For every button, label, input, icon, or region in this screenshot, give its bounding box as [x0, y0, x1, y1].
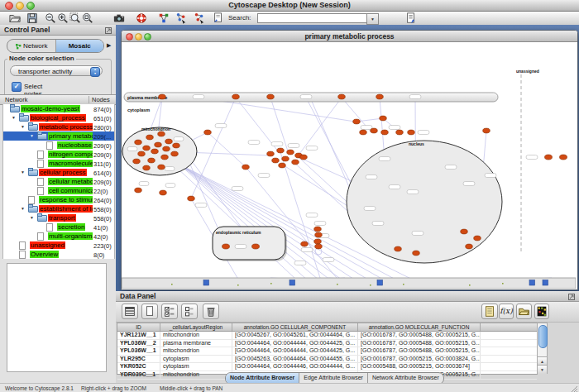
table-cell[interactable]: [GO:0044464, GO:0044444, GO:0044425, G..…	[232, 347, 358, 355]
table-cell[interactable]: plasma membrane	[160, 340, 232, 347]
tree-row[interactable]: nucleobase-209(0)	[3, 141, 114, 150]
col-go-cellular-component[interactable]: annotation.GO CELLULAR_COMPONENT	[232, 323, 358, 331]
tree-row[interactable]: secretion41(0)	[3, 222, 114, 232]
table-cell[interactable]: [GO:0044464, GO:0044444, GO:0044425, G..…	[232, 340, 358, 347]
zoom-in-icon[interactable]	[57, 12, 69, 24]
table-cell[interactable]: [GO:0044464, GO:0044446, GO:0044444, G..…	[232, 363, 358, 370]
tree-row[interactable]: cellular metabo209(0)	[3, 177, 114, 186]
tab-network[interactable]: Network	[7, 40, 56, 52]
table-row[interactable]: YPL036W__2plasma membrane[GO:0044464, GO…	[117, 340, 537, 348]
tree-row[interactable]: ▼establishment of lo558(0)	[3, 204, 114, 213]
table-cell[interactable]: YPL036W__2	[117, 340, 160, 347]
table-cell[interactable]: YPL036W__1	[117, 347, 160, 355]
tree-header-divider[interactable]	[89, 96, 89, 103]
save-icon[interactable]	[26, 12, 38, 24]
node-color-dropdown[interactable]: transporter activity ▲▼	[10, 65, 103, 76]
zoom-window-icon[interactable]	[26, 2, 35, 10]
tree-row[interactable]: mosaic-demo-yeast874(0)	[3, 104, 114, 113]
table-cell[interactable]	[481, 340, 537, 347]
import-file-icon[interactable]	[405, 12, 417, 24]
float-data-panel-icon[interactable]	[568, 294, 575, 300]
table-cell[interactable]: YKR052C	[117, 363, 160, 370]
zoom-selected-icon[interactable]	[69, 12, 81, 24]
tree-row[interactable]: ▼metabolic process280(0)	[3, 122, 114, 131]
tree-row[interactable]: response to stimulu264(0)	[3, 195, 114, 204]
tree-row[interactable]: ▼cellular process614(0)	[3, 168, 114, 177]
create-network-icon[interactable]	[175, 12, 187, 24]
zoom-out-icon[interactable]	[45, 12, 56, 24]
attribute-table-icon[interactable]	[122, 304, 138, 319]
network-window[interactable]: primary metabolic process	[121, 30, 578, 290]
table-cell[interactable]: mitochondrion	[160, 332, 232, 339]
table-cell[interactable]: YDR039C__1	[117, 371, 160, 379]
select-attributes-icon[interactable]	[161, 304, 178, 319]
attribute-editor-icon[interactable]	[481, 304, 498, 319]
table-cell[interactable]: YJR121W__1	[117, 332, 160, 339]
select-nodes-checkbox[interactable]: ✓	[12, 82, 22, 92]
float-panel-icon[interactable]	[105, 27, 112, 34]
tree-expand-icon[interactable]: ▼	[12, 115, 16, 120]
open-file-icon[interactable]	[9, 12, 21, 24]
table-cell[interactable]	[481, 356, 537, 363]
tree-row[interactable]: cell communicat22(0)	[3, 186, 114, 195]
table-cell[interactable]	[481, 363, 537, 370]
col-cellular-layout-region[interactable]: _cellularLayoutRegion	[160, 323, 232, 331]
tree-expand-icon[interactable]: ▼	[30, 133, 34, 138]
zoom-fit-icon[interactable]	[82, 12, 93, 24]
table-cell[interactable]: [GO:0016787, GO:0005488, GO:0005215, G..…	[358, 347, 481, 355]
table-cell[interactable]: [GO:0045267, GO:0045261, GO:0044464, G..…	[232, 332, 358, 339]
tree-expand-icon[interactable]: ▼	[21, 206, 25, 211]
minimize-window-icon[interactable]	[16, 2, 24, 10]
snapshot-icon[interactable]	[113, 12, 125, 24]
import-attributes-icon[interactable]	[516, 304, 532, 319]
table-cell[interactable]: cytoplasm	[160, 356, 232, 363]
unselect-attributes-icon[interactable]	[181, 304, 198, 319]
table-row[interactable]: YJR121W__1mitochondrion[GO:0045267, GO:0…	[117, 332, 537, 340]
search-input[interactable]	[257, 13, 368, 23]
frame-close-icon[interactable]	[126, 33, 133, 41]
tree-row[interactable]: multi-organism pro42(0)	[3, 232, 114, 241]
col-id[interactable]: ID	[117, 323, 160, 331]
scroll-down-icon[interactable]: ▼	[538, 365, 547, 374]
resize-grip-icon[interactable]	[571, 385, 578, 392]
table-cell[interactable]: YLR295C	[117, 356, 160, 363]
new-attribute-icon[interactable]	[141, 304, 158, 319]
search-dropdown-icon[interactable]: ▼	[366, 13, 379, 25]
col-go-molecular-function[interactable]: annotation.GO MOLECULAR_FUNCTION	[358, 323, 481, 331]
vizmapper-icon[interactable]	[158, 12, 170, 24]
tree-row[interactable]: nitrogen compo209(0)	[3, 150, 114, 159]
close-window-icon[interactable]	[5, 2, 13, 10]
tab-overflow-icon[interactable]: ▶	[107, 42, 111, 49]
import-network-icon[interactable]	[194, 12, 205, 24]
tree-row[interactable]: unassigned223(0)	[3, 241, 114, 250]
table-cell[interactable]: mitochondrion	[160, 347, 232, 355]
tree-expand-icon[interactable]: ▼	[21, 170, 25, 174]
table-cell[interactable]: cytoplasm	[160, 363, 232, 370]
table-row[interactable]: YLR295Ccytoplasm[GO:0045263, GO:0044464,…	[117, 356, 537, 364]
table-row[interactable]: YKR052Ccytoplasm[GO:0044464, GO:0044446,…	[117, 363, 537, 371]
frame-minimize-icon[interactable]	[135, 33, 142, 41]
tree-row[interactable]: ▼transport558(0)	[3, 213, 114, 222]
help-ring-icon[interactable]	[136, 12, 147, 24]
table-cell[interactable]	[481, 347, 537, 355]
table-row[interactable]: YPL036W__1mitochondrion[GO:0044464, GO:0…	[117, 347, 537, 356]
network-canvas[interactable]: plasma membrane cytoplasm mitochondrion …	[122, 43, 576, 289]
table-cell[interactable]	[481, 371, 537, 379]
delete-attribute-icon[interactable]	[203, 304, 219, 319]
table-cell[interactable]: [GO:0005488, GO:0005215, GO:0003674]	[358, 363, 481, 370]
table-cell[interactable]: [GO:0045263, GO:0044464, GO:0044455, G..…	[232, 356, 358, 363]
scrollbar-thumb[interactable]	[538, 325, 548, 348]
tree-expand-icon[interactable]: ▼	[30, 215, 34, 220]
table-cell[interactable]	[481, 332, 537, 339]
tab-mosaic[interactable]: Mosaic	[56, 40, 104, 52]
tree-row[interactable]: ▼biological_process651(0)	[3, 113, 114, 122]
table-cell[interactable]: [GO:0016787, GO:0005488, GO:0005215, G..…	[358, 340, 481, 347]
frame-zoom-icon[interactable]	[144, 33, 151, 41]
data-table-scrollbar[interactable]: ▲ ▼	[537, 323, 548, 374]
table-cell[interactable]: mitochondrion	[160, 371, 232, 379]
function-builder-icon[interactable]: f(x)	[499, 304, 514, 319]
tree-row[interactable]: Overview8(0)	[3, 250, 114, 259]
table-cell[interactable]: [GO:0016787, GO:0005215, GO:0003824, G..…	[358, 356, 481, 363]
table-cell[interactable]: [GO:0016787, GO:0005488, GO:0005215, G..…	[358, 332, 481, 339]
annotation-icon[interactable]	[213, 12, 224, 24]
